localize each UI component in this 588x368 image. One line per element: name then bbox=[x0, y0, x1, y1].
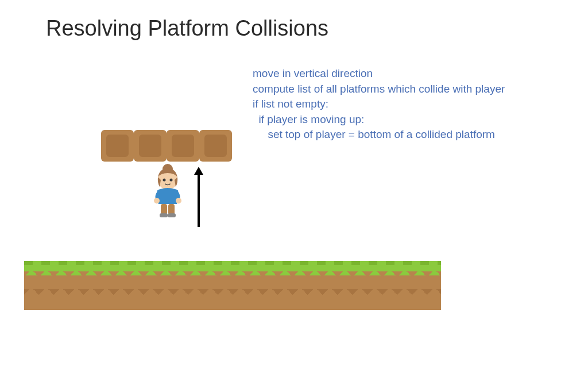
slide-title: Resolving Platform Collisions bbox=[46, 16, 328, 41]
up-arrow-icon bbox=[193, 167, 204, 227]
pseudocode-block: move in vertical direction compute list … bbox=[253, 66, 505, 143]
platform-block bbox=[101, 130, 134, 162]
ground-platform bbox=[24, 261, 441, 310]
pseudocode-line: move in vertical direction bbox=[253, 66, 505, 82]
svg-point-5 bbox=[176, 198, 181, 204]
pseudocode-line: if player is moving up: bbox=[253, 112, 505, 128]
svg-point-4 bbox=[154, 198, 160, 204]
platform-block bbox=[134, 130, 167, 162]
svg-point-2 bbox=[163, 179, 166, 182]
pseudocode-line: set top of player = bottom of a collided… bbox=[253, 127, 505, 143]
pseudocode-line: if list not empty: bbox=[253, 97, 505, 112]
pseudocode-line: compute list of all platforms which coll… bbox=[253, 82, 505, 97]
svg-rect-7 bbox=[168, 204, 175, 214]
svg-rect-8 bbox=[160, 213, 168, 217]
grass-layer bbox=[24, 261, 441, 275]
platform-block bbox=[167, 130, 199, 162]
svg-point-3 bbox=[170, 179, 173, 182]
platform-blocks bbox=[101, 130, 232, 162]
svg-rect-6 bbox=[161, 204, 167, 214]
dirt-layer bbox=[24, 275, 441, 310]
player-character bbox=[149, 163, 187, 220]
platform-block bbox=[199, 130, 232, 162]
svg-rect-9 bbox=[168, 213, 176, 217]
